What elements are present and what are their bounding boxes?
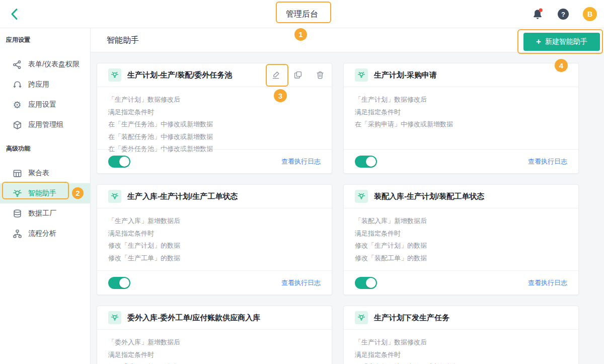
rule-line: 「生产计划」数据修改后	[355, 336, 567, 349]
sidebar-item-process-analysis[interactable]: 流程分析	[0, 224, 90, 244]
rule-line: 「装配入库」新增数据后	[355, 215, 567, 228]
card-footer: 查看执行日志	[344, 149, 578, 173]
sidebar-item-label: 应用设置	[28, 100, 56, 109]
rule-line: 满足指定条件时	[355, 349, 567, 361]
card-description: 「委外入库」新增数据后 满足指定条件时 修改「委外工单」的数据	[97, 330, 332, 364]
notification-dot	[539, 9, 543, 12]
bulb-icon	[108, 190, 121, 203]
sidebar-item-data-factory[interactable]: 数据工厂	[0, 203, 90, 224]
card-description: 「装配入库」新增数据后 满足指定条件时 修改「生产计划」的数据 修改「装配工单」…	[344, 208, 578, 264]
grid-table-icon	[12, 168, 22, 178]
enable-toggle[interactable]	[108, 156, 130, 168]
assistant-card: 装配入库-生产计划/装配工单状态 「装配入库」新增数据后 满足指定条件时 修改「…	[343, 184, 579, 295]
sidebar-item-label: 应用管理组	[28, 120, 63, 129]
page-title: 管理后台	[0, 0, 604, 28]
new-assistant-button[interactable]: + 新建智能助手	[523, 33, 600, 51]
rule-line: 「生产计划」数据修改后	[355, 94, 567, 106]
sidebar-section-advanced: 高级功能	[0, 144, 90, 153]
card-footer: 查看执行日志	[344, 270, 578, 295]
sidebar: 应用设置 表单/仪表盘权限 跨应用 ⚙ 应用设置	[0, 28, 91, 364]
card-footer: 查看执行日志	[97, 149, 332, 173]
card-header: 装配入库-生产计划/装配工单状态	[344, 185, 578, 208]
view-log-link[interactable]: 查看执行日志	[281, 157, 321, 166]
edit-icon[interactable]	[271, 70, 280, 80]
sidebar-item-label: 数据工厂	[28, 209, 56, 218]
sidebar-item-label: 跨应用	[28, 80, 49, 89]
assistant-card: 生产入库-生产计划/生产工单状态 「生产入库」新增数据后 满足指定条件时 修改「…	[97, 184, 332, 295]
share-icon	[12, 59, 22, 69]
assistant-card: 生产计划-生产/装配/委外任务池	[97, 63, 332, 174]
gear-icon: ⚙	[12, 100, 22, 110]
sidebar-item-label: 流程分析	[28, 229, 56, 238]
main-title: 智能助手	[107, 28, 139, 52]
rule-line: 满足指定条件时	[355, 228, 567, 240]
copy-icon[interactable]	[293, 70, 303, 80]
bulb-icon	[355, 190, 368, 203]
sidebar-item-cross-app[interactable]: 跨应用	[0, 75, 90, 95]
card-title: 生产计划下发生产任务	[374, 313, 449, 323]
bulb-icon	[108, 311, 121, 324]
avatar[interactable]: B	[583, 7, 597, 21]
rule-line: 在「生产任务池」中修改或新增数据	[108, 118, 321, 131]
sidebar-item-aggregate-table[interactable]: 聚合表	[0, 163, 90, 183]
delete-icon[interactable]	[316, 70, 325, 80]
view-log-link[interactable]: 查看执行日志	[528, 157, 567, 166]
rule-line: 修改「装配工单」的数据	[355, 252, 567, 265]
sidebar-item-app-settings[interactable]: ⚙ 应用设置	[0, 95, 90, 115]
card-title: 装配入库-生产计划/装配工单状态	[374, 192, 484, 201]
card-header: 生产计划-采购申请	[344, 63, 578, 87]
card-header: 委外入库-委外工单/应付账款供应商入库	[97, 306, 332, 330]
assistant-card: 委外入库-委外工单/应付账款供应商入库 「委外入库」新增数据后 满足指定条件时 …	[97, 306, 332, 364]
notifications-button[interactable]	[532, 8, 544, 21]
sidebar-item-label: 表单/仪表盘权限	[28, 60, 80, 69]
card-title: 生产计划-采购申请	[374, 70, 437, 80]
sidebar-item-label: 聚合表	[28, 169, 49, 178]
database-icon	[12, 208, 22, 219]
assistant-card: 生产计划下发生产任务 「生产计划」数据修改后 满足指定条件时 在「生产任务池」中…	[343, 306, 579, 364]
rule-line: 修改「委外工单」的数据	[108, 361, 321, 364]
rule-line: 修改「生产计划」的数据	[355, 240, 567, 252]
sidebar-item-form-dashboard-permissions[interactable]: 表单/仪表盘权限	[0, 54, 90, 75]
bulb-icon	[108, 68, 121, 82]
card-title: 生产入库-生产计划/生产工单状态	[127, 192, 238, 201]
enable-toggle[interactable]	[355, 156, 377, 168]
sidebar-item-label: 智能助手	[28, 189, 56, 198]
rule-line: 修改「生产计划」的数据	[108, 240, 321, 252]
flow-icon	[12, 229, 22, 239]
rule-line: 在「生产任务池」中修改或新增数据	[355, 361, 567, 364]
main-content: 智能助手 + 新建智能助手 生产计划-生产/装配/委外任务池	[91, 28, 604, 364]
card-title: 生产计划-生产/装配/委外任务池	[127, 70, 232, 80]
card-header: 生产计划-生产/装配/委外任务池	[97, 63, 332, 87]
sidebar-item-smart-assistant[interactable]: 智能助手	[0, 183, 90, 203]
card-description: 「生产计划」数据修改后 满足指定条件时 在「生产任务池」中修改或新增数据	[344, 330, 578, 364]
topbar: 管理后台 ? B	[0, 0, 604, 28]
sidebar-section-app-settings: 应用设置	[0, 35, 90, 44]
rule-line: 满足指定条件时	[108, 349, 321, 361]
view-log-link[interactable]: 查看执行日志	[281, 278, 321, 287]
cube-icon	[12, 120, 22, 130]
rule-line: 「生产计划」数据修改后	[108, 94, 321, 106]
cross-app-icon	[12, 80, 22, 90]
rule-line: 「生产入库」新增数据后	[108, 215, 321, 228]
card-description: 「生产入库」新增数据后 满足指定条件时 修改「生产计划」的数据 修改「生产工单」…	[97, 208, 332, 264]
plus-icon: +	[536, 37, 541, 46]
view-log-link[interactable]: 查看执行日志	[528, 278, 567, 287]
bulb-icon	[12, 188, 22, 198]
bulb-icon	[355, 311, 368, 324]
rule-line: 满足指定条件时	[108, 228, 321, 240]
assistant-card: 生产计划-采购申请 「生产计划」数据修改后 满足指定条件时 在「采购申请」中修改…	[343, 63, 579, 174]
rule-line: 满足指定条件时	[355, 106, 567, 119]
card-header: 生产计划下发生产任务	[344, 306, 578, 330]
sidebar-item-app-management-group[interactable]: 应用管理组	[0, 115, 90, 135]
help-button[interactable]: ?	[558, 9, 569, 20]
bulb-icon	[355, 68, 368, 82]
bell-icon	[532, 8, 544, 21]
main-header: 智能助手 + 新建智能助手	[91, 28, 604, 52]
rule-line: 在「采购申请」中修改或新增数据	[355, 118, 567, 131]
enable-toggle[interactable]	[355, 277, 377, 289]
rule-line: 修改「生产工单」的数据	[108, 252, 321, 265]
enable-toggle[interactable]	[108, 277, 130, 289]
assistant-card-grid: 生产计划-生产/装配/委外任务池	[91, 52, 604, 364]
rule-line: 「委外入库」新增数据后	[108, 336, 321, 349]
card-description: 「生产计划」数据修改后 满足指定条件时 在「生产任务池」中修改或新增数据 在「装…	[97, 87, 332, 156]
